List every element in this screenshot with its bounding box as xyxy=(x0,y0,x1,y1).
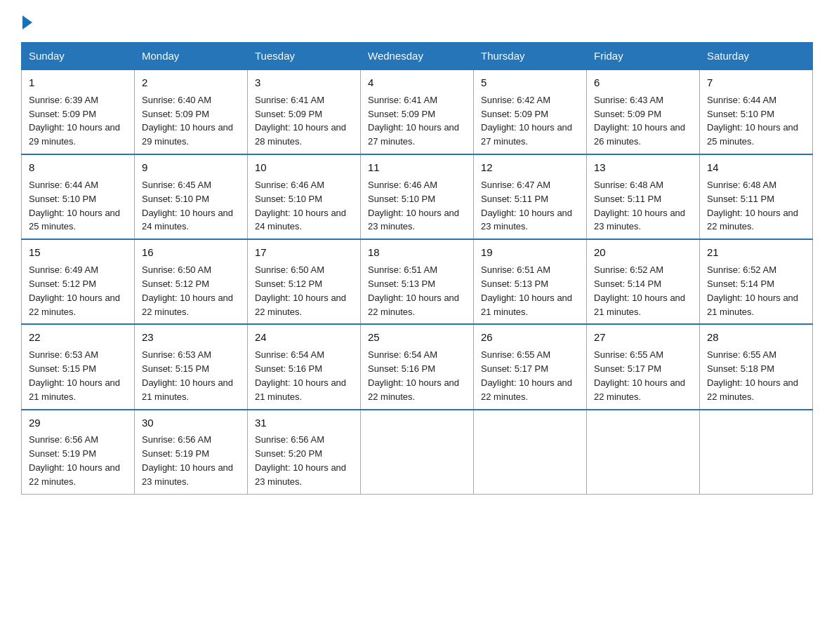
calendar-cell: 4Sunrise: 6:41 AMSunset: 5:09 PMDaylight… xyxy=(361,69,474,154)
calendar-cell: 9Sunrise: 6:45 AMSunset: 5:10 PMDaylight… xyxy=(135,154,248,239)
calendar-cell: 17Sunrise: 6:50 AMSunset: 5:12 PMDayligh… xyxy=(248,239,361,324)
day-info: Sunrise: 6:56 AMSunset: 5:20 PMDaylight:… xyxy=(255,434,346,487)
day-number: 19 xyxy=(481,245,579,260)
calendar-cell: 23Sunrise: 6:53 AMSunset: 5:15 PMDayligh… xyxy=(135,324,248,409)
day-number: 22 xyxy=(29,330,127,345)
day-number: 16 xyxy=(142,245,240,260)
day-info: Sunrise: 6:56 AMSunset: 5:19 PMDaylight:… xyxy=(142,434,233,487)
day-info: Sunrise: 6:40 AMSunset: 5:09 PMDaylight:… xyxy=(142,95,233,147)
logo xyxy=(21,14,32,29)
day-info: Sunrise: 6:52 AMSunset: 5:14 PMDaylight:… xyxy=(707,264,798,317)
day-info: Sunrise: 6:53 AMSunset: 5:15 PMDaylight:… xyxy=(29,349,120,402)
day-info: Sunrise: 6:55 AMSunset: 5:17 PMDaylight:… xyxy=(481,349,572,402)
calendar-cell: 3Sunrise: 6:41 AMSunset: 5:09 PMDaylight… xyxy=(248,69,361,154)
day-number: 13 xyxy=(594,160,692,175)
day-info: Sunrise: 6:55 AMSunset: 5:18 PMDaylight:… xyxy=(707,349,798,402)
day-number: 1 xyxy=(29,75,127,90)
calendar-cell: 30Sunrise: 6:56 AMSunset: 5:19 PMDayligh… xyxy=(135,410,248,495)
day-number: 31 xyxy=(255,415,353,431)
day-info: Sunrise: 6:47 AMSunset: 5:11 PMDaylight:… xyxy=(481,180,572,232)
calendar-cell: 5Sunrise: 6:42 AMSunset: 5:09 PMDaylight… xyxy=(474,69,587,154)
calendar-cell xyxy=(700,410,813,495)
day-number: 8 xyxy=(29,160,127,175)
weekday-header: Thursday xyxy=(474,43,587,70)
day-number: 2 xyxy=(142,75,240,90)
day-info: Sunrise: 6:44 AMSunset: 5:10 PMDaylight:… xyxy=(29,180,120,232)
weekday-header: Sunday xyxy=(22,43,135,70)
calendar-cell: 19Sunrise: 6:51 AMSunset: 5:13 PMDayligh… xyxy=(474,239,587,324)
day-number: 26 xyxy=(481,330,579,345)
calendar-week-row: 15Sunrise: 6:49 AMSunset: 5:12 PMDayligh… xyxy=(22,239,813,324)
calendar-cell: 29Sunrise: 6:56 AMSunset: 5:19 PMDayligh… xyxy=(22,410,135,495)
weekday-header: Wednesday xyxy=(361,43,474,70)
calendar-cell: 31Sunrise: 6:56 AMSunset: 5:20 PMDayligh… xyxy=(248,410,361,495)
calendar-cell: 18Sunrise: 6:51 AMSunset: 5:13 PMDayligh… xyxy=(361,239,474,324)
calendar-cell: 13Sunrise: 6:48 AMSunset: 5:11 PMDayligh… xyxy=(587,154,700,239)
day-number: 12 xyxy=(481,160,579,175)
day-info: Sunrise: 6:41 AMSunset: 5:09 PMDaylight:… xyxy=(368,95,459,147)
calendar-week-row: 8Sunrise: 6:44 AMSunset: 5:10 PMDaylight… xyxy=(22,154,813,239)
calendar-cell: 11Sunrise: 6:46 AMSunset: 5:10 PMDayligh… xyxy=(361,154,474,239)
calendar-cell: 26Sunrise: 6:55 AMSunset: 5:17 PMDayligh… xyxy=(474,324,587,409)
day-info: Sunrise: 6:41 AMSunset: 5:09 PMDaylight:… xyxy=(255,95,346,147)
day-number: 9 xyxy=(142,160,240,175)
day-number: 29 xyxy=(29,415,127,431)
day-info: Sunrise: 6:46 AMSunset: 5:10 PMDaylight:… xyxy=(255,180,346,232)
calendar-cell: 27Sunrise: 6:55 AMSunset: 5:17 PMDayligh… xyxy=(587,324,700,409)
day-number: 4 xyxy=(368,75,466,90)
day-number: 5 xyxy=(481,75,579,90)
day-info: Sunrise: 6:53 AMSunset: 5:15 PMDaylight:… xyxy=(142,349,233,402)
day-info: Sunrise: 6:54 AMSunset: 5:16 PMDaylight:… xyxy=(368,349,459,402)
day-number: 6 xyxy=(594,75,692,90)
weekday-header: Friday xyxy=(587,43,700,70)
day-info: Sunrise: 6:52 AMSunset: 5:14 PMDaylight:… xyxy=(594,264,685,317)
day-info: Sunrise: 6:51 AMSunset: 5:13 PMDaylight:… xyxy=(368,264,459,317)
calendar-week-row: 1Sunrise: 6:39 AMSunset: 5:09 PMDaylight… xyxy=(22,69,813,154)
day-number: 7 xyxy=(707,75,805,90)
calendar-cell: 24Sunrise: 6:54 AMSunset: 5:16 PMDayligh… xyxy=(248,324,361,409)
day-info: Sunrise: 6:54 AMSunset: 5:16 PMDaylight:… xyxy=(255,349,346,402)
day-number: 21 xyxy=(707,245,805,260)
calendar-cell: 12Sunrise: 6:47 AMSunset: 5:11 PMDayligh… xyxy=(474,154,587,239)
calendar-cell: 21Sunrise: 6:52 AMSunset: 5:14 PMDayligh… xyxy=(700,239,813,324)
calendar-week-row: 22Sunrise: 6:53 AMSunset: 5:15 PMDayligh… xyxy=(22,324,813,409)
day-info: Sunrise: 6:42 AMSunset: 5:09 PMDaylight:… xyxy=(481,95,572,147)
calendar-cell: 14Sunrise: 6:48 AMSunset: 5:11 PMDayligh… xyxy=(700,154,813,239)
calendar-cell xyxy=(361,410,474,495)
day-number: 14 xyxy=(707,160,805,175)
calendar-cell: 28Sunrise: 6:55 AMSunset: 5:18 PMDayligh… xyxy=(700,324,813,409)
day-info: Sunrise: 6:48 AMSunset: 5:11 PMDaylight:… xyxy=(594,180,685,232)
day-number: 11 xyxy=(368,160,466,175)
day-number: 23 xyxy=(142,330,240,345)
weekday-header: Monday xyxy=(135,43,248,70)
day-info: Sunrise: 6:56 AMSunset: 5:19 PMDaylight:… xyxy=(29,434,120,487)
day-info: Sunrise: 6:46 AMSunset: 5:10 PMDaylight:… xyxy=(368,180,459,232)
calendar-cell xyxy=(587,410,700,495)
day-number: 28 xyxy=(707,330,805,345)
day-info: Sunrise: 6:50 AMSunset: 5:12 PMDaylight:… xyxy=(142,264,233,317)
day-info: Sunrise: 6:44 AMSunset: 5:10 PMDaylight:… xyxy=(707,95,798,147)
calendar-cell: 6Sunrise: 6:43 AMSunset: 5:09 PMDaylight… xyxy=(587,69,700,154)
calendar-cell: 16Sunrise: 6:50 AMSunset: 5:12 PMDayligh… xyxy=(135,239,248,324)
day-number: 27 xyxy=(594,330,692,345)
calendar-cell: 10Sunrise: 6:46 AMSunset: 5:10 PMDayligh… xyxy=(248,154,361,239)
calendar-cell: 2Sunrise: 6:40 AMSunset: 5:09 PMDaylight… xyxy=(135,69,248,154)
day-info: Sunrise: 6:49 AMSunset: 5:12 PMDaylight:… xyxy=(29,264,120,317)
day-number: 30 xyxy=(142,415,240,431)
day-number: 18 xyxy=(368,245,466,260)
day-number: 24 xyxy=(255,330,353,345)
calendar-cell: 20Sunrise: 6:52 AMSunset: 5:14 PMDayligh… xyxy=(587,239,700,324)
calendar-cell xyxy=(474,410,587,495)
day-number: 20 xyxy=(594,245,692,260)
calendar-cell: 8Sunrise: 6:44 AMSunset: 5:10 PMDaylight… xyxy=(22,154,135,239)
day-info: Sunrise: 6:39 AMSunset: 5:09 PMDaylight:… xyxy=(29,95,120,147)
day-number: 25 xyxy=(368,330,466,345)
day-info: Sunrise: 6:55 AMSunset: 5:17 PMDaylight:… xyxy=(594,349,685,402)
day-info: Sunrise: 6:45 AMSunset: 5:10 PMDaylight:… xyxy=(142,180,233,232)
calendar-cell: 15Sunrise: 6:49 AMSunset: 5:12 PMDayligh… xyxy=(22,239,135,324)
logo-arrow-icon xyxy=(22,15,32,29)
calendar-cell: 22Sunrise: 6:53 AMSunset: 5:15 PMDayligh… xyxy=(22,324,135,409)
day-number: 15 xyxy=(29,245,127,260)
day-info: Sunrise: 6:48 AMSunset: 5:11 PMDaylight:… xyxy=(707,180,798,232)
calendar-header: SundayMondayTuesdayWednesdayThursdayFrid… xyxy=(22,43,813,70)
